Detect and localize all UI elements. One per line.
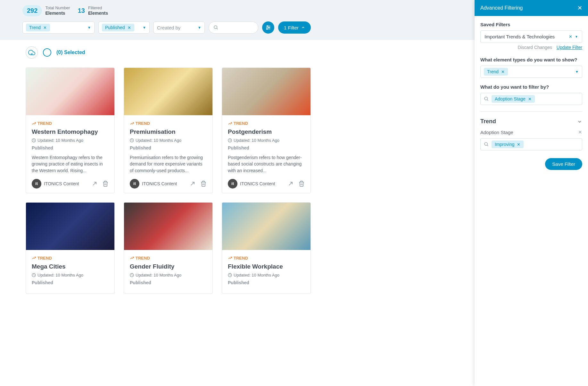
select-all-checkbox[interactable]: [43, 48, 51, 57]
status-label: Published: [228, 280, 305, 285]
clock-icon: [32, 273, 36, 277]
divider: [480, 111, 582, 112]
total-label: Total Number Elements: [45, 5, 70, 16]
open-icon[interactable]: [91, 181, 98, 187]
created-by-filter[interactable]: Created by ▼: [153, 21, 205, 34]
svg-line-1: [217, 28, 218, 29]
card-image: [26, 203, 114, 250]
open-icon[interactable]: [287, 181, 294, 187]
card-description: Premiumisation refers to the growing dem…: [130, 154, 207, 174]
adoption-stage-chip[interactable]: Adoption Stage ✕: [492, 95, 535, 103]
element-card[interactable]: TREND Premiumisation Updated: 10 Months …: [124, 68, 213, 193]
element-card[interactable]: TREND Gender Fluidity Updated: 10 Months…: [124, 202, 213, 294]
trend-chip[interactable]: Trend ✕: [26, 24, 50, 31]
close-icon[interactable]: ✕: [128, 25, 131, 30]
updated-label: Updated: 10 Months Ago: [32, 273, 109, 277]
trend-icon: [32, 121, 36, 126]
status-label: Published: [130, 145, 207, 150]
adoption-stage-value-select[interactable]: Improving ✕: [480, 138, 582, 150]
card-title: Gender Fluidity: [130, 263, 207, 270]
trash-icon[interactable]: [102, 181, 109, 187]
card-image: [222, 68, 311, 115]
filter-count-button[interactable]: 1 Filter: [278, 21, 311, 34]
author-avatar: it: [228, 179, 237, 189]
updated-label: Updated: 10 Months Ago: [228, 273, 305, 277]
save-filter-button[interactable]: Save Filter: [545, 158, 582, 170]
chevron-up-icon: [301, 26, 305, 29]
selected-count: (0) Selected: [56, 50, 85, 55]
card-actions: [189, 181, 207, 187]
element-type-tag: TREND: [130, 121, 207, 126]
cloud-download-button[interactable]: [26, 46, 38, 59]
close-icon[interactable]: ✕: [528, 97, 532, 101]
discard-changes-link[interactable]: Discard Changes: [518, 45, 552, 50]
total-count: 292: [22, 5, 42, 16]
advanced-filter-button[interactable]: [262, 21, 274, 34]
author-avatar: it: [32, 179, 41, 189]
status-label: Published: [130, 280, 207, 285]
element-card[interactable]: TREND Western Entomophagy Updated: 10 Mo…: [26, 68, 115, 193]
close-icon[interactable]: ✕: [43, 25, 47, 30]
improving-chip[interactable]: Improving ✕: [492, 141, 524, 148]
card-title: Flexible Workplace: [228, 263, 305, 270]
card-body: TREND Postgenderism Updated: 10 Months A…: [222, 115, 311, 193]
card-title: Mega Cities: [32, 263, 109, 270]
chevron-down-icon: [577, 119, 582, 124]
chevron-down-icon: ▼: [575, 70, 579, 74]
panel-header: Advanced Filtering ✕: [475, 0, 588, 16]
trend-icon: [130, 121, 134, 126]
trend-chip[interactable]: Trend ✕: [484, 68, 508, 76]
trash-icon[interactable]: [298, 181, 305, 187]
search-input[interactable]: [209, 21, 258, 34]
card-description: Postgenderism refers to how gender-based…: [228, 154, 305, 174]
svg-line-15: [289, 182, 292, 185]
status-filter[interactable]: Published ✕ ▼: [98, 21, 150, 34]
filter-by-select[interactable]: Adoption Stage ✕: [480, 93, 582, 105]
trend-icon: [228, 256, 232, 260]
trend-section-header[interactable]: Trend: [480, 118, 582, 125]
close-icon[interactable]: ✕: [577, 4, 582, 12]
svg-line-20: [487, 100, 488, 101]
card-actions: [91, 181, 109, 187]
author-name: ITONICS Content: [142, 181, 177, 186]
saved-filter-select[interactable]: Important Trends & Technologies ✕ ▼: [480, 30, 582, 43]
published-chip[interactable]: Published ✕: [102, 24, 134, 31]
card-description: Western Entomophagy refers to the growin…: [32, 154, 109, 174]
element-type-filter[interactable]: Trend ✕ ▼: [22, 21, 95, 34]
updated-label: Updated: 10 Months Ago: [130, 273, 207, 277]
chevron-down-icon: ▼: [198, 26, 201, 29]
element-card[interactable]: TREND Postgenderism Updated: 10 Months A…: [222, 68, 311, 193]
card-footer: it ITONICS Content: [32, 179, 109, 189]
card-image: [222, 203, 311, 250]
close-icon[interactable]: ✕: [578, 129, 582, 135]
element-type-tag: TREND: [130, 256, 207, 261]
stat-total: 292 Total Number Elements: [22, 5, 70, 16]
svg-line-11: [93, 182, 96, 185]
card-image: [124, 68, 212, 115]
trash-icon[interactable]: [200, 181, 207, 187]
updated-label: Updated: 10 Months Ago: [32, 138, 109, 143]
filtered-count: 13: [78, 7, 85, 14]
search-icon: [484, 142, 489, 147]
adoption-stage-row: Adoption Stage ✕: [480, 129, 582, 135]
card-title: Premiumisation: [130, 128, 207, 135]
element-card[interactable]: TREND Mega Cities Updated: 10 Months Ago…: [26, 202, 115, 294]
search-icon: [484, 96, 489, 101]
card-body: TREND Premiumisation Updated: 10 Months …: [124, 115, 212, 193]
trend-icon: [228, 121, 232, 126]
status-label: Published: [32, 145, 109, 150]
element-type-tag: TREND: [32, 256, 109, 261]
element-card[interactable]: TREND Flexible Workplace Updated: 10 Mon…: [222, 202, 311, 294]
element-type-select[interactable]: Trend ✕ ▼: [480, 66, 582, 78]
clock-icon: [228, 273, 232, 277]
chevron-down-icon: ▼: [575, 35, 578, 38]
close-icon[interactable]: ✕: [569, 34, 572, 39]
close-icon[interactable]: ✕: [517, 142, 520, 147]
status-label: Published: [228, 145, 305, 150]
open-icon[interactable]: [189, 181, 196, 187]
card-body: TREND Flexible Workplace Updated: 10 Mon…: [222, 250, 311, 294]
svg-point-21: [484, 142, 487, 145]
close-icon[interactable]: ✕: [501, 69, 505, 74]
card-body: TREND Western Entomophagy Updated: 10 Mo…: [26, 115, 114, 193]
update-filter-link[interactable]: Update Filter: [557, 45, 582, 50]
